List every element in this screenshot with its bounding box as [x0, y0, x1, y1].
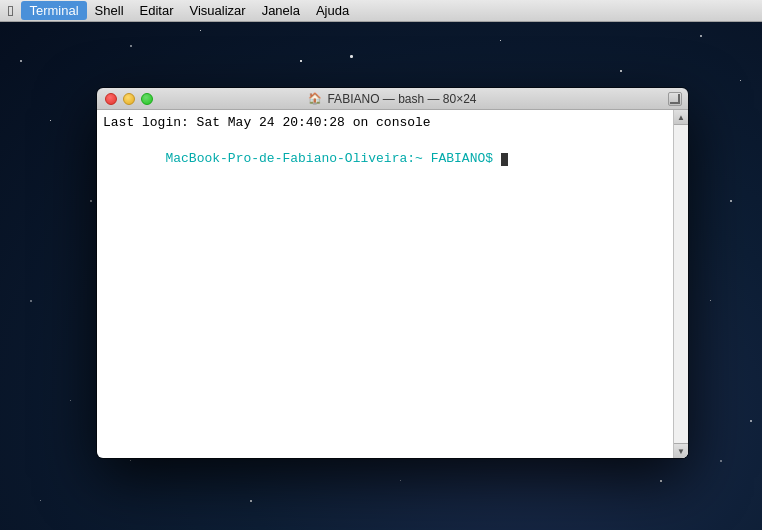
star	[130, 460, 131, 461]
star	[20, 60, 22, 62]
menubar:  Terminal Shell Editar Visualizar Janel…	[0, 0, 762, 22]
terminal-text-area[interactable]: Last login: Sat May 24 20:40:28 on conso…	[97, 110, 673, 458]
star	[660, 480, 662, 482]
star	[740, 80, 741, 81]
star	[350, 55, 353, 58]
menu-item-janela[interactable]: Janela	[254, 1, 308, 20]
star	[200, 30, 201, 31]
apple-menu-icon[interactable]: 	[8, 2, 13, 19]
star	[130, 45, 132, 47]
menu-item-visualizar[interactable]: Visualizar	[182, 1, 254, 20]
menu-item-shell[interactable]: Shell	[87, 1, 132, 20]
minimize-button[interactable]	[123, 93, 135, 105]
terminal-scrollbar[interactable]: ▲ ▼	[673, 110, 688, 458]
terminal-cursor	[501, 153, 508, 166]
star	[40, 500, 41, 501]
menu-item-terminal[interactable]: Terminal	[21, 1, 86, 20]
maximize-button[interactable]	[141, 93, 153, 105]
scrollbar-down-button[interactable]: ▼	[674, 443, 689, 458]
traffic-lights	[105, 93, 153, 105]
home-icon: 🏠	[308, 92, 322, 105]
menu-item-ajuda[interactable]: Ajuda	[308, 1, 357, 20]
star	[70, 400, 71, 401]
star	[730, 200, 732, 202]
terminal-window: 🏠 FABIANO — bash — 80×24 Last login: Sat…	[97, 88, 688, 458]
star	[250, 500, 252, 502]
window-title: 🏠 FABIANO — bash — 80×24	[308, 92, 476, 106]
star	[720, 460, 722, 462]
star	[500, 40, 501, 41]
star	[50, 120, 51, 121]
terminal-line-1: Last login: Sat May 24 20:40:28 on conso…	[103, 114, 667, 132]
star	[300, 60, 302, 62]
star	[750, 420, 752, 422]
terminal-content[interactable]: Last login: Sat May 24 20:40:28 on conso…	[97, 110, 688, 458]
terminal-line-2: MacBook-Pro-de-Fabiano-Oliveira:~ FABIAN…	[103, 132, 667, 187]
star	[30, 300, 32, 302]
menu-item-editar[interactable]: Editar	[132, 1, 182, 20]
star	[700, 35, 702, 37]
star	[400, 480, 401, 481]
close-button[interactable]	[105, 93, 117, 105]
star	[90, 200, 92, 202]
scrollbar-up-button[interactable]: ▲	[674, 110, 689, 125]
resize-button[interactable]	[668, 92, 682, 106]
terminal-titlebar: 🏠 FABIANO — bash — 80×24	[97, 88, 688, 110]
window-title-text: FABIANO — bash — 80×24	[327, 92, 476, 106]
star	[710, 300, 711, 301]
star	[620, 70, 622, 72]
